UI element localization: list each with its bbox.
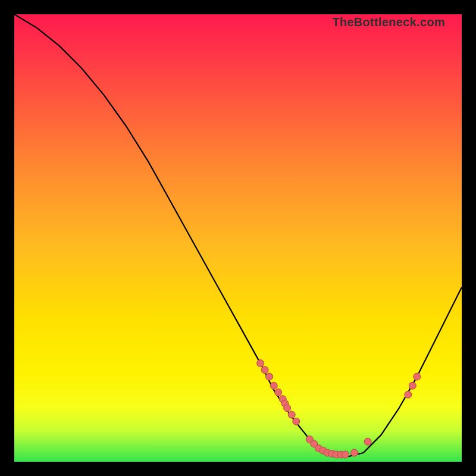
scatter-dot	[405, 391, 412, 398]
scatter-dot	[270, 382, 277, 389]
scatter-dot	[261, 367, 268, 374]
scatter-dot	[284, 405, 291, 412]
scatter-dot	[409, 382, 416, 389]
scatter-dot	[364, 438, 371, 445]
scatter-dot	[275, 389, 282, 396]
scatter-dot	[351, 449, 358, 456]
scatter-dots	[257, 360, 421, 458]
scatter-dot	[257, 360, 264, 367]
scatter-dot	[288, 411, 295, 418]
chart-area: TheBottleneck.com	[14, 14, 462, 462]
chart-svg	[14, 14, 462, 462]
data-curve	[14, 14, 462, 458]
scatter-dot	[414, 373, 421, 380]
scatter-dot	[266, 373, 273, 380]
scatter-dot	[293, 418, 300, 425]
scatter-dot	[342, 451, 349, 458]
